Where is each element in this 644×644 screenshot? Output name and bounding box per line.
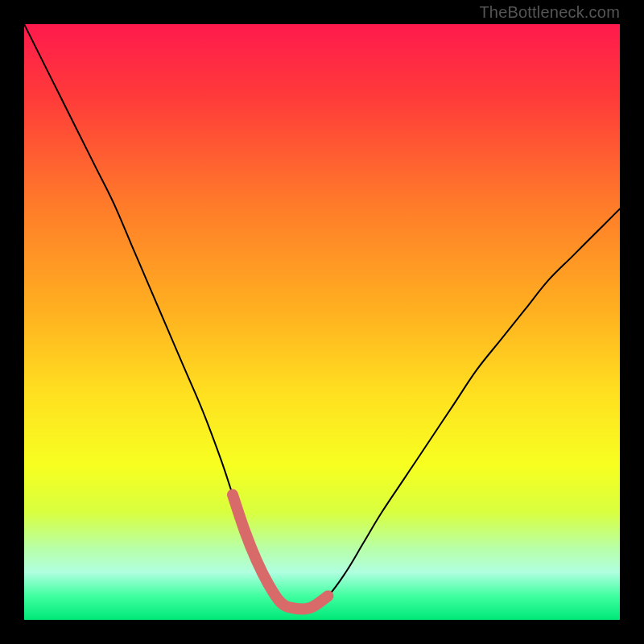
curve-layer xyxy=(24,24,620,620)
watermark-text: TheBottleneck.com xyxy=(479,3,620,22)
plot-area xyxy=(24,24,620,620)
outer-frame: TheBottleneck.com xyxy=(0,0,644,644)
bottleneck-curve xyxy=(24,24,620,609)
optimal-range-highlight xyxy=(233,495,328,609)
